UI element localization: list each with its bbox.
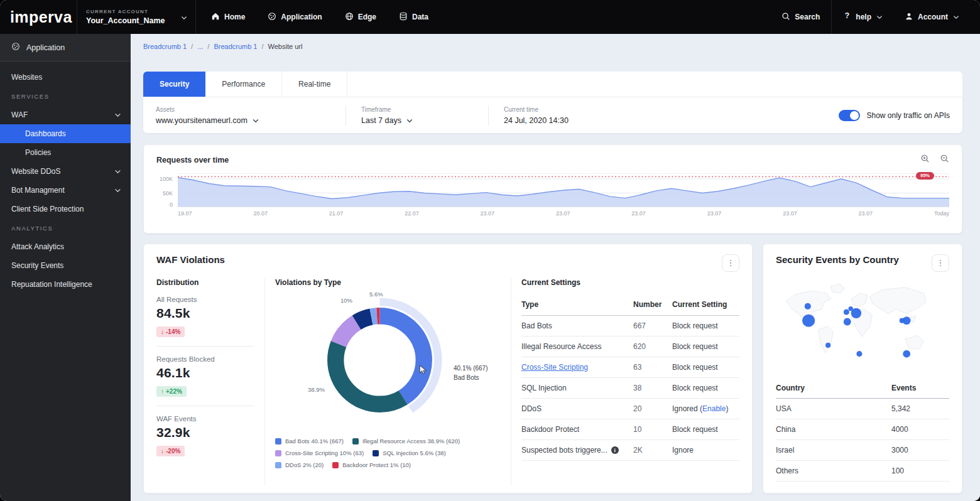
- current-time-label: Current time: [504, 106, 839, 113]
- filter-bar: Assets www.yoursitenameurl.com Timeframe…: [143, 97, 962, 133]
- breadcrumb-link[interactable]: ...: [197, 43, 203, 50]
- nav-label: Home: [224, 13, 245, 21]
- legend-cross-site-scripting[interactable]: Cross-Site Scripting 10% (63): [275, 450, 364, 456]
- sidebar-item-label: Website DDoS: [11, 167, 60, 176]
- imperva-logo[interactable]: imperva: [0, 8, 77, 26]
- enable-link[interactable]: Enable: [702, 404, 726, 413]
- country-name: Others: [776, 466, 891, 475]
- type-label: Illegal Resource Access: [521, 342, 601, 351]
- nav-data[interactable]: Data: [399, 12, 428, 23]
- nav-edge[interactable]: Edge: [345, 12, 376, 23]
- primary-nav: HomeApplicationEdgeData: [211, 12, 770, 23]
- col-current-setting: Current Setting: [672, 300, 739, 309]
- country-name: USA: [776, 404, 891, 413]
- legend-bad-bots[interactable]: Bad Bots 40.1% (667): [275, 438, 344, 444]
- waf-violations-title: WAF Violations: [156, 254, 225, 265]
- sidebar-item-waf[interactable]: WAF: [0, 105, 131, 124]
- requests-area-chart[interactable]: [178, 173, 949, 207]
- sidebar-item-security-events[interactable]: Security Events: [0, 256, 131, 275]
- legend-label: Backdoor Protect 1% (10): [342, 461, 411, 468]
- number-value: 620: [633, 342, 672, 351]
- tab-security[interactable]: Security: [143, 72, 205, 97]
- sidebar-item-websites[interactable]: Websites: [0, 68, 131, 87]
- legend-sql-injection[interactable]: SQL Injection 5.6% (38): [373, 450, 446, 456]
- current-settings-table: TypeNumberCurrent SettingBad Bots667Bloc…: [521, 293, 739, 461]
- type-label: DDoS: [521, 404, 542, 413]
- sidebar-item-attack-analytics[interactable]: Attack Analytics: [0, 237, 131, 256]
- type-link[interactable]: Cross-Site Scripting: [521, 363, 588, 372]
- current-account-switcher[interactable]: CURRENT ACCOUNT Your_Account_Name: [77, 9, 195, 25]
- sidebar-item-website-ddos[interactable]: Website DDoS: [0, 162, 131, 181]
- tab-real-time[interactable]: Real-time: [282, 72, 347, 97]
- account-menu[interactable]: Account: [893, 12, 970, 23]
- current-time-display: Current time 24 Jul, 2020 14:30: [489, 106, 839, 125]
- help-menu[interactable]: ? help: [832, 12, 893, 22]
- sidebar-header-label: Application: [26, 43, 65, 52]
- stat-label: All Requests: [156, 296, 254, 303]
- account-menu-label: Account: [918, 13, 948, 21]
- security-events-more-button[interactable]: ⋮: [932, 254, 949, 272]
- x-tick: 19.07: [178, 210, 192, 217]
- waf-violations-panel: WAF Violations ⋮ Distribution All Reques…: [143, 244, 753, 493]
- slice-label-sql-injection: 5.6%: [369, 291, 383, 298]
- legend-swatch: [332, 462, 339, 468]
- chevron-down-icon: [877, 13, 882, 21]
- donut-tooltip-label: Bad Bots: [454, 373, 487, 382]
- assets-filter: Assets www.yoursitenameurl.com: [143, 106, 346, 125]
- country-row-china: China4000: [776, 419, 949, 440]
- api-traffic-toggle[interactable]: [839, 110, 860, 121]
- requests-chart-title: Requests over time: [156, 156, 229, 164]
- x-tick: Today: [934, 210, 949, 217]
- sidebar-item-client-side-protection[interactable]: Client Side Protection: [0, 200, 131, 218]
- stat-value: 32.9k: [156, 425, 254, 440]
- legend-illegal-resource-access[interactable]: Illegal Resource Access 38.9% (620): [352, 438, 460, 444]
- timeframe-dropdown[interactable]: Last 7 days: [361, 116, 488, 125]
- setting-value: Block request: [672, 342, 718, 351]
- nav-home[interactable]: Home: [211, 12, 245, 23]
- app-frame: imperva CURRENT ACCOUNT Your_Account_Nam…: [0, 0, 980, 501]
- x-tick: 23.07: [783, 210, 797, 217]
- number-value: 38: [633, 384, 672, 392]
- legend-label: SQL Injection 5.6% (38): [383, 450, 446, 456]
- country-events: 5,342: [891, 404, 949, 413]
- stat-delta-badge: ↑+22%: [156, 386, 187, 397]
- sidebar-item-label: Client Side Protection: [11, 205, 84, 213]
- sidebar-item-label: Security Events: [11, 261, 63, 270]
- stat-delta-badge: ↓-14%: [156, 326, 185, 337]
- current-account-label: CURRENT ACCOUNT: [86, 9, 165, 14]
- col-number: Number: [633, 300, 672, 309]
- sidebar-item-label: Policies: [25, 148, 51, 157]
- toggle-knob: [850, 111, 859, 120]
- arrow-up-icon: ↑: [161, 388, 164, 395]
- legend-swatch: [352, 438, 359, 444]
- tab-performance[interactable]: Performance: [205, 72, 282, 97]
- breadcrumb-link[interactable]: Breadcrumb 1: [214, 43, 257, 50]
- zoom-in-icon[interactable]: [920, 154, 930, 166]
- col-country: Country: [776, 384, 891, 392]
- legend-ddos[interactable]: DDoS 2% (20): [275, 461, 324, 468]
- search-label: Search: [795, 13, 820, 21]
- breadcrumb-link[interactable]: Breadcrumb 1: [143, 43, 187, 50]
- nav-label: Data: [412, 13, 428, 21]
- nav-label: Application: [281, 13, 322, 21]
- sidebar-item-bot-managment[interactable]: Bot Managment: [0, 181, 131, 200]
- sidebar-item-dashboards[interactable]: Dashboards: [0, 124, 131, 143]
- stat-value: 46.1k: [156, 365, 254, 380]
- y-axis-labels: 100K50K0: [156, 173, 178, 207]
- legend-backdoor-protect[interactable]: Backdoor Protect 1% (10): [332, 461, 411, 468]
- violations-donut-chart[interactable]: Bad Bots 40.1% (667)Illegal Resource Acc…: [315, 296, 444, 424]
- assets-dropdown[interactable]: www.yoursitenameurl.com: [156, 116, 346, 125]
- search-button[interactable]: Search: [770, 12, 831, 23]
- chevron-down-icon: [182, 11, 187, 23]
- sidebar-item-repuatation-intelligence[interactable]: Repuatation Intelligence: [0, 275, 131, 294]
- sidebar: Application WebsitesSERVICESWAFDashboard…: [0, 34, 131, 501]
- sidebar-item-policies[interactable]: Policies: [0, 143, 131, 162]
- sidebar-header-application[interactable]: Application: [0, 34, 131, 62]
- security-events-panel: Security Events by Country ⋮ CountryEven…: [763, 244, 962, 493]
- nav-application[interactable]: Application: [268, 12, 322, 23]
- waf-violations-more-button[interactable]: ⋮: [722, 254, 739, 272]
- distribution-stats: All Requests 84.5k ↓-14%Requests Blocked…: [156, 287, 254, 465]
- main-content: Breadcrumb 1/.../Breadcrumb 1/Website ur…: [131, 34, 980, 501]
- zoom-out-icon[interactable]: [940, 154, 949, 166]
- info-icon[interactable]: i: [611, 446, 619, 454]
